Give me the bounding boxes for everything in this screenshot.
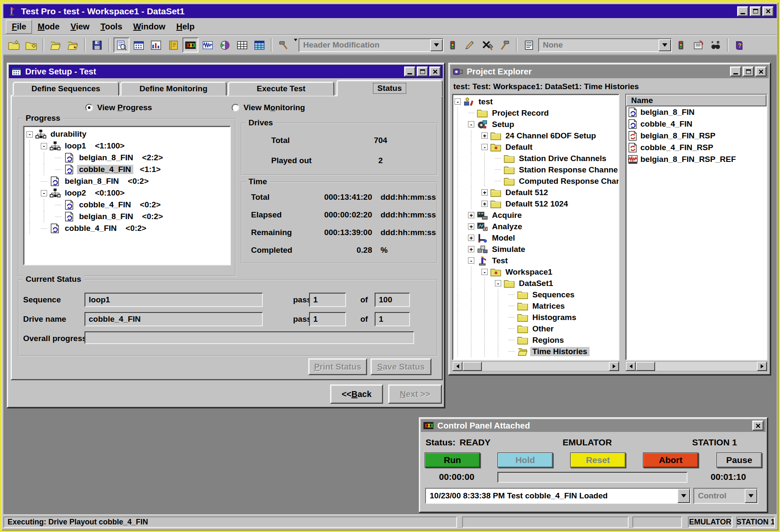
tree-item-test[interactable]: -Test [455,255,619,266]
tree-item-loop1[interactable]: -loop1<1:100> [26,140,230,152]
tree-item-belgian-8-fin[interactable]: belgian_8_FIN<0:2> [26,211,230,222]
maximize-button[interactable] [750,6,761,16]
drive-of-field[interactable]: 1 [375,312,410,326]
new-document-icon[interactable] [6,37,22,53]
back-button[interactable]: << Back [330,384,383,404]
open-document-icon[interactable] [48,37,63,53]
view-progress-option[interactable]: View Progress [85,103,152,112]
list-item-belgian-8-fin[interactable]: belgian_8_FIN [626,106,767,118]
tree-item-test[interactable]: -test [455,96,619,107]
tree-item-default-512-1024[interactable]: +Default 512 1024 [455,198,619,209]
scroll-right-button[interactable] [609,362,619,371]
menu-item-window[interactable]: Window [128,20,171,33]
save-status-button[interactable]: Save Status [370,358,431,375]
close-button[interactable] [429,66,441,77]
chevron-down-icon[interactable] [430,39,443,51]
tree-item-belgian-8-fin[interactable]: belgian_8_FIN<0:2> [26,175,230,187]
sequence-of-field[interactable]: 100 [375,293,410,307]
drive-name-field[interactable]: cobble_4_FIN [85,312,263,326]
expand-icon[interactable]: + [468,223,474,230]
list-item-belgian-8-fin-rsp-ref[interactable]: belgian_8_FIN_RSP_REF [626,154,767,165]
delete-tool-icon[interactable] [479,37,495,53]
expand-icon[interactable]: + [481,132,488,139]
tree-item-24-channel-6dof-setup[interactable]: +24 Channel 6DOF Setup [455,130,619,141]
radio-unselected-icon[interactable] [232,104,239,111]
view-monitoring-option[interactable]: View Monitoring [232,103,305,112]
menu-item-file[interactable]: File [6,20,32,34]
menu-item-help[interactable]: Help [171,20,200,33]
header-modification-icon[interactable] [114,37,130,53]
scroll-left-button[interactable] [626,362,636,371]
collapse-icon[interactable]: - [481,269,488,275]
expand-icon[interactable]: + [481,201,488,207]
tree-item-time-histories[interactable]: Time Histories [455,346,619,357]
chevron-down-icon[interactable] [745,489,757,503]
station-tool-icon[interactable] [445,37,461,53]
chevron-down-icon[interactable] [677,489,690,503]
control-panel-titlebar[interactable]: Control Panel Attached [421,419,766,432]
collapse-icon[interactable]: - [41,143,47,149]
open-project-icon[interactable] [65,37,81,53]
list-item-cobble-4-fin-rsp[interactable]: cobble_4_FIN_RSP [626,142,767,154]
waveform-icon[interactable] [200,37,216,53]
collapse-icon[interactable]: - [495,280,501,286]
toolbar-dropdown-arrow[interactable] [293,41,297,49]
expand-icon[interactable]: + [468,235,474,241]
station2-tool-icon[interactable] [673,37,689,53]
list-item-cobble-4-fin[interactable]: cobble_4_FIN [626,118,767,130]
save-icon[interactable] [89,37,105,53]
minimize-button[interactable] [730,66,741,77]
tree-item-default-512[interactable]: +Default 512 [455,187,619,198]
print-status-button[interactable]: Print Status [308,358,367,375]
tree-item-project-record[interactable]: Project Record [455,107,619,119]
list-item-belgian-8-fin-rsp[interactable]: belgian_8_FIN_RSP [626,130,767,142]
message-log-combo[interactable]: 10/23/00 8:33:38 PM Test cobble_4_FIN Lo… [425,488,691,504]
collapse-icon[interactable]: - [455,98,461,105]
sequence-field[interactable]: loop1 [85,293,263,307]
tree-item-model[interactable]: +Model [455,232,619,244]
tree-item-dataset1[interactable]: -DataSet1 [455,278,619,289]
expand-icon[interactable]: + [468,246,474,252]
tree-item-cobble-4-fin[interactable]: cobble_4_FIN<0:2> [26,199,230,211]
expand-icon[interactable]: + [468,212,474,218]
scroll-right-button[interactable] [757,362,767,371]
edit-tool-icon[interactable] [462,37,478,53]
organizer-icon[interactable] [165,37,181,53]
function-combo[interactable]: None [538,38,672,52]
tree-item-matrices[interactable]: Matrices [455,300,619,312]
list-horizontal-scrollbar[interactable] [625,361,767,371]
chevron-down-icon[interactable] [658,39,671,51]
tree-item-sequences[interactable]: Sequences [455,289,619,300]
mode-combo[interactable]: Control [693,488,758,504]
tree-item-computed-response-char[interactable]: Computed Response Char [455,175,619,187]
collapse-icon[interactable]: - [26,131,33,138]
tree-item-workspace1[interactable]: -Workspace1 [455,266,619,278]
menu-item-tools[interactable]: Tools [95,20,128,33]
table-icon[interactable] [251,37,267,53]
browse-icon[interactable] [690,37,706,53]
app-titlebar[interactable]: Test Pro - test - Workspace1 - DataSet1 [3,4,777,18]
new-project-icon[interactable] [23,37,39,53]
tree-item-simulate[interactable]: +Simulate [455,244,619,255]
scrollbar-thumb[interactable] [636,362,655,371]
hold-button[interactable]: Hold [497,453,553,468]
pause-button[interactable]: Pause [717,453,762,468]
run-button[interactable]: Run [425,453,480,468]
radio-selected-icon[interactable] [85,104,93,111]
scrollbar-thumb[interactable] [463,362,482,371]
sphere-icon[interactable] [217,37,233,53]
tree-item-analyze[interactable]: +Analyze [455,221,619,232]
chart-tool-icon[interactable] [148,37,164,53]
drive-setup-tool-icon[interactable] [131,37,147,53]
header-combo[interactable]: Header Modification [299,38,444,52]
close-button[interactable] [755,66,767,77]
drive-setup-titlebar[interactable]: Drive Setup - Test [9,65,443,78]
collapse-icon[interactable]: - [468,121,474,127]
hammer-icon[interactable] [497,37,513,53]
tree-item-histograms[interactable]: Histograms [455,312,619,323]
tree-item-belgian-8-fin[interactable]: belgian_8_FIN<2:2> [26,152,230,164]
next-button[interactable]: Next >> [388,384,442,404]
tree-item-station-response-channe[interactable]: Station Response Channe [455,164,619,175]
name-column-header[interactable]: Name [626,95,767,106]
minimize-button[interactable] [737,6,748,16]
